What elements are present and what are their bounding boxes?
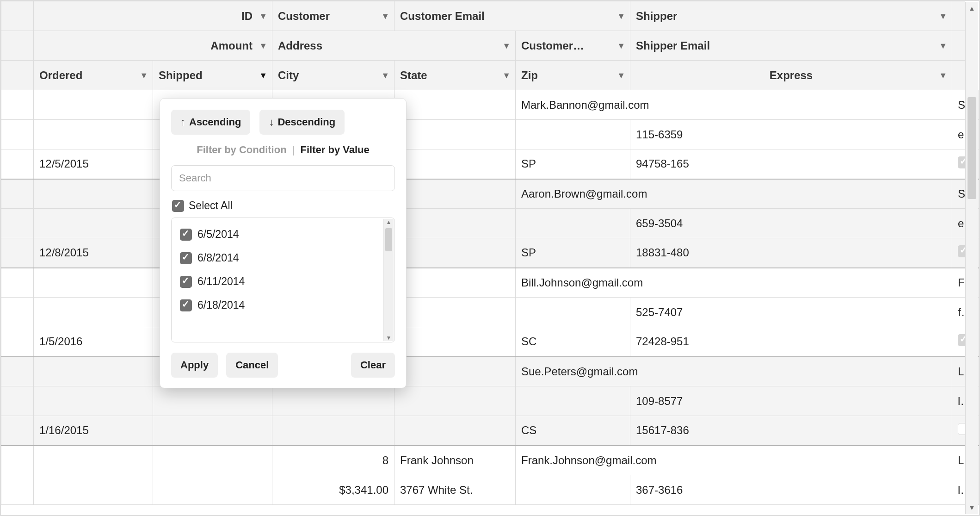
checkbox-icon[interactable] [180,276,192,288]
cell [153,416,272,446]
checkbox-icon[interactable] [180,252,192,264]
cell: express.speedy@gmail.com [952,209,965,238]
table-row[interactable]: 12/8/2015SP18831-480 [1,238,979,268]
filter-search-input[interactable] [171,165,395,191]
table-row[interactable]: 109-8577logitrax@gmail.com [1,386,979,416]
column-header-label: Express [770,69,813,81]
column-header-ordered[interactable]: Ordered ▼ [34,61,153,90]
table-row[interactable]: Bill.Johnson@gmail.comFlash Delivery [1,268,979,298]
scroll-thumb[interactable] [385,228,392,251]
filter-value-label: 6/11/2014 [197,275,245,288]
table-row[interactable]: 8Frank JohnsonFrank.Johnson@gmail.comLog… [1,446,979,475]
cell [34,298,153,327]
filter-value-item[interactable]: 6/11/2014 [172,270,394,293]
filter-value-item[interactable]: 6/5/2014 [172,223,394,246]
checkbox-icon[interactable] [180,229,192,241]
cell: $3,341.00 [272,475,394,505]
checkbox-icon[interactable] [172,200,184,212]
row-gutter [1,120,34,149]
clear-button[interactable]: Clear [351,353,395,378]
filter-icon[interactable]: ▼ [502,70,511,80]
button-label: Clear [360,359,386,371]
filter-icon[interactable]: ▼ [617,11,625,21]
row-gutter [1,298,34,327]
table-row[interactable]: 659-3504express.speedy@gmail.com [1,209,979,238]
express-checkbox-icon[interactable] [958,156,965,168]
table-row[interactable]: Mark.Bannon@gmail.comSpeedy Express [1,90,979,120]
filter-icon[interactable]: ▼ [939,70,947,80]
filter-value-label: 6/5/2014 [197,228,239,241]
column-header-shipper[interactable]: Shipper ▼ [630,1,952,31]
filter-popup: Ascending Descending Filter by Condition… [160,98,407,388]
cell: 12/8/2015 [34,238,153,268]
column-header-shipped[interactable]: Shipped ▼ [153,61,272,90]
table-row[interactable]: 12/5/2015SP94758-165 [1,149,979,179]
express-checkbox-icon[interactable] [958,334,965,346]
column-header-address[interactable]: Address ▼ [272,31,516,61]
table-row[interactable]: Aaron.Brown@gmail.comSpeedy Express [1,179,979,209]
cell: 1/16/2015 [34,416,153,446]
cell: 72428-951 [630,327,952,357]
cell: Bill.Johnson@gmail.com [516,268,952,298]
table-row[interactable]: 115-6359express.speedy@gmail.com [1,120,979,149]
cell [394,357,516,386]
sort-buttons: Ascending Descending [171,110,395,135]
table-row[interactable]: 1/5/2016SC72428-951 [1,327,979,357]
scroll-up-icon[interactable]: ▲ [386,219,392,225]
filter-icon[interactable]: ▼ [259,70,267,80]
column-header-city[interactable]: City ▼ [272,61,394,90]
filter-value-item[interactable]: 6/8/2014 [172,246,394,270]
vertical-scrollbar[interactable]: ▲ ▼ [965,2,978,514]
column-header-id[interactable]: ID ▼ [34,1,272,31]
column-header-amount[interactable]: Amount ▼ [34,31,272,61]
scroll-down-icon[interactable]: ▼ [969,501,975,514]
filter-icon[interactable]: ▼ [381,11,389,21]
filter-mode-tabs: Filter by Condition | Filter by Value [171,144,395,156]
table-row[interactable]: 1/16/2015CS15617-836 [1,416,979,446]
cell [952,416,965,446]
column-header-state[interactable]: State ▼ [394,61,516,90]
column-header-label: State [400,69,427,81]
column-header-zip[interactable]: Zip ▼ [516,61,630,90]
filter-icon[interactable]: ▼ [259,11,267,21]
select-all-row[interactable]: Select All [172,199,394,212]
column-header-express[interactable]: Express ▼ [630,61,952,90]
tab-filter-by-condition[interactable]: Filter by Condition [197,144,286,155]
row-gutter [1,416,34,446]
apply-button[interactable]: Apply [171,353,218,378]
scroll-gutter-header [952,31,965,61]
column-header-customer-email[interactable]: Customer Email ▼ [394,1,630,31]
sort-descending-button[interactable]: Descending [259,110,345,135]
grid-body: Mark.Bannon@gmail.comSpeedy Express115-6… [1,90,979,505]
cancel-button[interactable]: Cancel [226,353,278,378]
list-scrollbar[interactable]: ▲ ▼ [383,219,394,341]
row-gutter [1,268,34,298]
filter-value-item[interactable]: 6/18/2014 [172,293,394,317]
tab-filter-by-value[interactable]: Filter by Value [301,144,370,155]
column-header-customer[interactable]: Customer ▼ [272,1,394,31]
filter-icon[interactable]: ▼ [140,70,148,80]
filter-icon[interactable]: ▼ [617,41,625,50]
cell [34,357,153,386]
cell [153,446,272,475]
table-row[interactable]: 525-7407flash@gmail.com [1,298,979,327]
express-checkbox-icon[interactable] [958,423,965,435]
filter-icon[interactable]: ▼ [381,70,389,80]
filter-icon[interactable]: ▼ [259,41,267,50]
filter-icon[interactable]: ▼ [939,41,947,50]
filter-icon[interactable]: ▼ [939,11,947,21]
scroll-down-icon[interactable]: ▼ [386,335,392,341]
scroll-up-icon[interactable]: ▲ [969,2,975,15]
column-header-customer-extra[interactable]: Customer… ▼ [516,31,630,61]
filter-icon[interactable]: ▼ [502,41,511,50]
column-header-label: Amount [210,39,253,52]
checkbox-icon[interactable] [180,299,192,311]
scroll-thumb[interactable] [968,97,976,199]
column-header-shipper-email[interactable]: Shipper Email ▼ [630,31,952,61]
sort-ascending-button[interactable]: Ascending [171,110,250,135]
popup-actions: Apply Cancel Clear [171,353,395,378]
filter-icon[interactable]: ▼ [617,70,625,80]
table-row[interactable]: Sue.Peters@gmail.comLogitrax [1,357,979,386]
table-row[interactable]: $3,341.003767 White St.367-3616logitrax@… [1,475,979,505]
express-checkbox-icon[interactable] [958,245,965,257]
